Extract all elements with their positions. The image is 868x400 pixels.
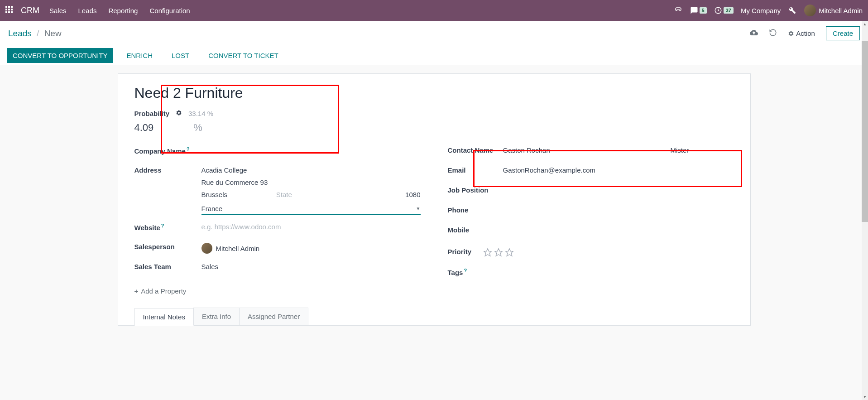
tools-icon[interactable] (788, 6, 797, 15)
clock-badge: 37 (724, 7, 734, 14)
company-name-input[interactable] (201, 145, 421, 146)
breadcrumb-current: New (44, 29, 62, 38)
messages-badge: 5 (700, 7, 707, 14)
add-property-button[interactable]: + Add a Property (134, 287, 421, 295)
website-input[interactable]: e.g. https://www.odoo.com (201, 221, 421, 231)
salesperson-avatar (201, 243, 212, 254)
form-sheet: Need 2 Furniture Probability 33.14 % 4.0… (118, 73, 751, 326)
lost-button[interactable]: LOST (166, 48, 195, 63)
scrollbar-up-icon[interactable]: ▲ (862, 21, 868, 27)
phone-input[interactable] (503, 204, 734, 206)
company-name[interactable]: My Company (741, 7, 781, 14)
save-cloud-icon[interactable] (750, 29, 758, 38)
messages-icon[interactable]: 5 (690, 6, 707, 15)
app-brand[interactable]: CRM (21, 6, 39, 15)
contact-name-input[interactable]: Gaston Rochan (503, 146, 657, 154)
svg-marker-2 (494, 249, 502, 256)
discard-icon[interactable] (769, 29, 777, 38)
left-column: Company Name? Address Acadia College Rue… (134, 145, 421, 295)
breadcrumb-parent[interactable]: Leads (8, 29, 32, 38)
probability-label: Probability (134, 110, 170, 117)
chevron-down-icon: ▼ (416, 206, 421, 211)
convert-to-opportunity-button[interactable]: CONVERT TO OPPORTUNITY (7, 48, 113, 63)
probability-auto: 33.14 % (188, 110, 213, 117)
nav-sales[interactable]: Sales (49, 7, 67, 14)
address-label: Address (134, 164, 201, 174)
phone-label: Phone (448, 204, 503, 214)
salesperson-label: Salesperson (134, 241, 201, 251)
nav-leads[interactable]: Leads (78, 7, 97, 14)
nav-menu: Sales Leads Reporting Configuration (49, 7, 190, 14)
nav-configuration[interactable]: Configuration (149, 7, 190, 14)
scrollbar-thumb[interactable] (862, 41, 868, 222)
user-avatar (804, 5, 816, 16)
star-icon[interactable] (494, 248, 503, 257)
enrich-button[interactable]: ENRICH (121, 48, 158, 63)
tab-assigned-partner[interactable]: Assigned Partner (239, 308, 308, 325)
user-name: Mitchell Admin (819, 7, 863, 14)
tab-internal-notes[interactable]: Internal Notes (134, 308, 194, 326)
probability-value[interactable]: 4.09 (134, 122, 154, 134)
scrollbar[interactable]: ▲ ▼ (862, 21, 868, 326)
address-street[interactable]: Rue du Commerce 93 (201, 178, 421, 186)
right-column: Contact Name Gaston Rochan Mister Email … (448, 145, 734, 295)
contact-name-label: Contact Name (448, 145, 503, 154)
lead-title[interactable]: Need 2 Furniture (134, 85, 734, 101)
status-bar: CONVERT TO OPPORTUNITY ENRICH LOST CONVE… (0, 46, 868, 65)
user-menu[interactable]: Mitchell Admin (804, 5, 863, 16)
star-icon[interactable] (483, 248, 492, 257)
clock-icon[interactable]: 37 (714, 6, 734, 15)
priority-stars[interactable] (483, 246, 734, 257)
convert-to-ticket-button[interactable]: CONVERT TO TICKET (203, 48, 283, 63)
address-state[interactable]: State (276, 191, 345, 198)
top-nav: CRM Sales Leads Reporting Configuration … (0, 0, 868, 21)
probability-gear-icon[interactable] (176, 110, 182, 117)
address-country-select[interactable]: France ▼ (201, 203, 421, 215)
salesperson-input[interactable]: Mitchell Admin (201, 241, 421, 254)
phone-icon[interactable] (674, 6, 683, 15)
priority-label: Priority (448, 246, 483, 255)
address-city[interactable]: Brussels (201, 191, 271, 198)
email-input[interactable]: GastonRochan@example.com (503, 164, 734, 174)
create-button[interactable]: Create (826, 26, 860, 40)
website-label: Website? (134, 221, 201, 231)
svg-marker-1 (484, 249, 491, 256)
tab-extra-info[interactable]: Extra Info (193, 308, 240, 325)
nav-reporting[interactable]: Reporting (108, 7, 138, 14)
svg-marker-3 (505, 249, 513, 256)
job-position-label: Job Position (448, 184, 503, 194)
address-zip[interactable]: 1080 (351, 191, 420, 198)
breadcrumb: Leads / New (8, 29, 62, 39)
job-position-input[interactable] (503, 184, 734, 186)
company-name-label: Company Name? (134, 145, 201, 155)
mobile-label: Mobile (448, 224, 503, 234)
tags-label: Tags? (448, 266, 483, 276)
mobile-input[interactable] (503, 224, 734, 226)
apps-icon[interactable] (5, 6, 14, 15)
star-icon[interactable] (505, 248, 514, 257)
tabs: Internal Notes Extra Info Assigned Partn… (134, 308, 734, 325)
action-button[interactable]: Action (788, 29, 815, 37)
sales-team-label: Sales Team (134, 261, 201, 270)
sales-team-input[interactable]: Sales (201, 261, 421, 270)
probability-percent-sign: % (193, 122, 202, 134)
contact-title-input[interactable]: Mister (671, 146, 734, 154)
email-label: Email (448, 164, 503, 174)
tags-input[interactable] (483, 266, 734, 268)
breadcrumb-row: Leads / New Action Create (0, 21, 868, 46)
address-name[interactable]: Acadia College (201, 166, 421, 174)
